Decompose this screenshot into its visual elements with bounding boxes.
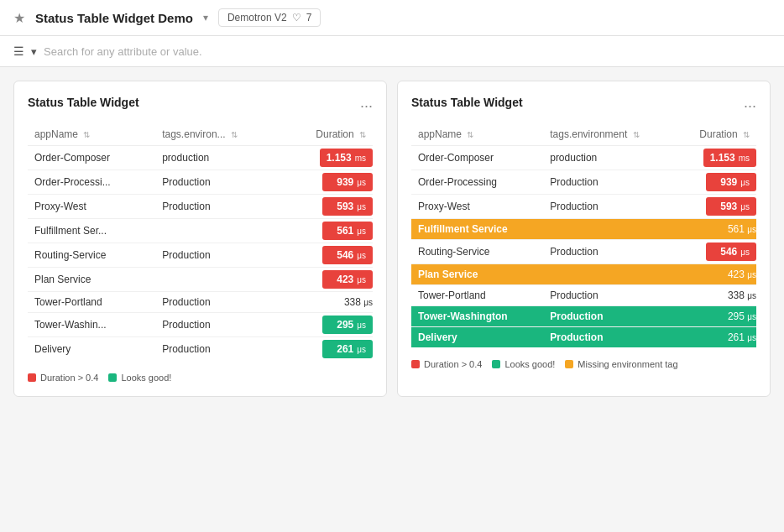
table-row: Proxy-WestProduction593 μs bbox=[28, 195, 373, 219]
col-env[interactable]: tags.environ... ⇅ bbox=[155, 123, 282, 146]
cell-app: Order-Composer bbox=[411, 146, 543, 170]
cell-env: Production bbox=[155, 337, 282, 362]
col-appname[interactable]: appName ⇅ bbox=[411, 123, 543, 146]
cell-duration: 423 μs bbox=[282, 268, 373, 292]
sort-icon: ⇅ bbox=[633, 130, 640, 139]
legend-dot bbox=[108, 373, 117, 382]
search-input[interactable] bbox=[44, 45, 771, 58]
legend-dot bbox=[411, 360, 420, 368]
legend-label: Duration > 0.4 bbox=[424, 359, 482, 369]
filter-chevron[interactable]: ▾ bbox=[31, 45, 37, 58]
cell-duration: 338 μs bbox=[282, 292, 373, 313]
cell-app: Fulfillment Service bbox=[411, 219, 543, 240]
table-row: Routing-ServiceProduction546 μs bbox=[28, 243, 373, 268]
cell-env: Production bbox=[543, 306, 675, 327]
cell-duration: 939 μs bbox=[282, 170, 373, 195]
widget-1-table: appName ⇅ tags.environ... ⇅ Duration ⇅ O… bbox=[28, 123, 373, 361]
table-row: Plan Service423 μs bbox=[411, 264, 756, 285]
widget-2: Status Table Widget ... appName ⇅ tags.e… bbox=[397, 81, 771, 397]
cell-env bbox=[155, 268, 282, 292]
legend-label: Looks good! bbox=[121, 373, 171, 383]
tag-icon: ♡ bbox=[292, 12, 301, 23]
cell-env: Production bbox=[543, 170, 675, 195]
cell-app: Tower-Washin... bbox=[28, 313, 155, 337]
cell-env: Production bbox=[543, 240, 675, 264]
environment-badge[interactable]: Demotron V2 ♡ 7 bbox=[218, 8, 321, 27]
widget-2-header: Status Table Widget ... bbox=[411, 95, 756, 110]
sort-icon: ⇅ bbox=[231, 130, 238, 139]
cell-app: Routing-Service bbox=[28, 243, 155, 268]
col-appname[interactable]: appName ⇅ bbox=[28, 123, 155, 146]
cell-duration: 546 μs bbox=[282, 243, 373, 268]
cell-env: Production bbox=[155, 170, 282, 195]
cell-env: Production bbox=[543, 195, 675, 219]
cell-app: Tower-Washington bbox=[411, 306, 543, 327]
widget-2-legend: Duration > 0.4Looks good!Missing environ… bbox=[411, 359, 756, 369]
cell-app: Tower-Portland bbox=[411, 285, 543, 306]
app-title: Status Table Widget Demo bbox=[35, 11, 193, 25]
cell-duration: 593 μs bbox=[282, 195, 373, 219]
legend-item: Missing environment tag bbox=[565, 359, 677, 369]
filter-icon[interactable]: ☰ bbox=[13, 44, 24, 58]
legend-label: Looks good! bbox=[504, 359, 555, 369]
table-row: DeliveryProduction261 μs bbox=[28, 337, 373, 362]
star-icon[interactable]: ★ bbox=[13, 10, 25, 26]
cell-env: production bbox=[543, 146, 675, 170]
cell-env: production bbox=[155, 146, 282, 170]
sort-icon: ⇅ bbox=[83, 130, 90, 139]
cell-env: Production bbox=[543, 285, 675, 306]
cell-duration: 295 μs bbox=[675, 306, 756, 327]
col-duration[interactable]: Duration ⇅ bbox=[675, 123, 756, 146]
cell-env: Production bbox=[155, 195, 282, 219]
cell-env: Production bbox=[155, 292, 282, 313]
top-bar: ★ Status Table Widget Demo ▾ Demotron V2… bbox=[0, 0, 784, 36]
cell-app: Fulfillment Ser... bbox=[28, 219, 155, 243]
filter-bar: ☰ ▾ bbox=[0, 36, 784, 67]
cell-app: Plan Service bbox=[411, 264, 543, 285]
table-row: Plan Service423 μs bbox=[28, 268, 373, 292]
cell-app: Proxy-West bbox=[28, 195, 155, 219]
widget-1: Status Table Widget ... appName ⇅ tags.e… bbox=[13, 81, 387, 397]
table-row: Order-Composerproduction1.153 ms bbox=[28, 146, 373, 170]
table-row: Routing-ServiceProduction546 μs bbox=[411, 240, 756, 264]
legend-dot bbox=[492, 360, 500, 368]
cell-env bbox=[155, 219, 282, 243]
cell-duration: 546 μs bbox=[675, 240, 756, 264]
cell-duration: 561 μs bbox=[675, 219, 756, 240]
table-row: Order-Processi...Production939 μs bbox=[28, 170, 373, 195]
cell-duration: 423 μs bbox=[675, 264, 756, 285]
cell-app: Proxy-West bbox=[411, 195, 543, 219]
legend-dot bbox=[565, 360, 573, 368]
cell-env bbox=[543, 219, 675, 240]
cell-app: Plan Service bbox=[28, 268, 155, 292]
cell-env: Production bbox=[155, 243, 282, 268]
table-row: Order-ProcessingProduction939 μs bbox=[411, 170, 756, 195]
widget-1-title: Status Table Widget bbox=[28, 96, 139, 109]
table-row: DeliveryProduction261 μs bbox=[411, 327, 756, 348]
title-chevron-icon[interactable]: ▾ bbox=[203, 12, 208, 23]
cell-app: Tower-Portland bbox=[28, 292, 155, 313]
cell-app: Delivery bbox=[411, 327, 543, 348]
cell-app: Delivery bbox=[28, 337, 155, 362]
table-row: Order-Composerproduction1.153 ms bbox=[411, 146, 756, 170]
table-row: Tower-PortlandProduction338 μs bbox=[411, 285, 756, 306]
legend-item: Looks good! bbox=[108, 373, 171, 383]
widget-2-menu[interactable]: ... bbox=[744, 95, 756, 110]
cell-env bbox=[543, 264, 675, 285]
cell-app: Order-Processing bbox=[411, 170, 543, 195]
sort-icon: ⇅ bbox=[467, 130, 473, 139]
legend-item: Duration > 0.4 bbox=[28, 373, 98, 383]
col-duration[interactable]: Duration ⇅ bbox=[282, 123, 373, 146]
widget-1-legend: Duration > 0.4Looks good! bbox=[28, 373, 373, 383]
widget-1-header: Status Table Widget ... bbox=[28, 95, 373, 110]
cell-duration: 261 μs bbox=[675, 327, 756, 348]
cell-duration: 593 μs bbox=[675, 195, 756, 219]
widget-2-title: Status Table Widget bbox=[411, 96, 523, 109]
cell-duration: 939 μs bbox=[675, 170, 756, 195]
badge-name: Demotron V2 bbox=[227, 12, 287, 23]
cell-duration: 1.153 ms bbox=[675, 146, 756, 170]
widget-1-menu[interactable]: ... bbox=[360, 95, 373, 110]
legend-item: Duration > 0.4 bbox=[411, 359, 482, 369]
cell-duration: 261 μs bbox=[282, 337, 373, 362]
col-env[interactable]: tags.environment ⇅ bbox=[543, 123, 675, 146]
